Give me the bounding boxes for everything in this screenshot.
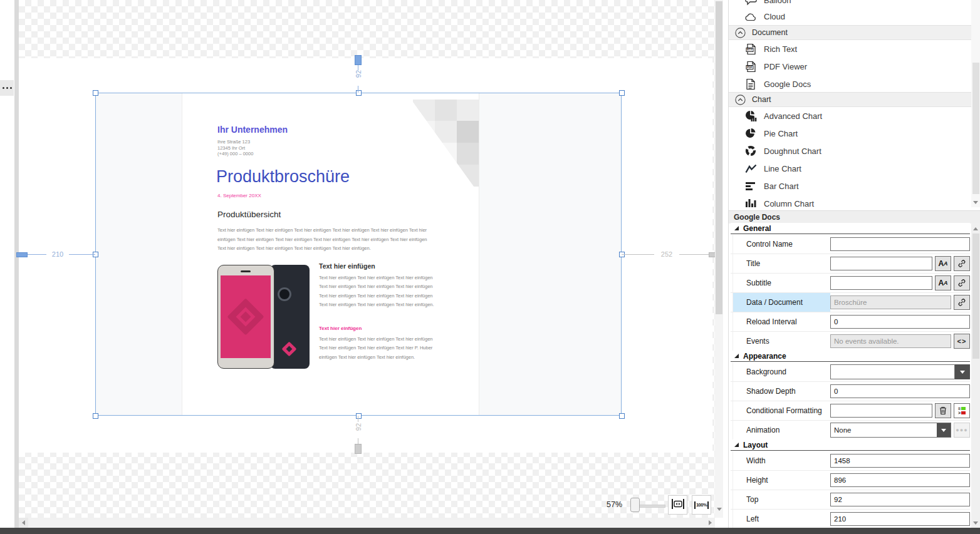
toolbox-category-document[interactable]: Document <box>729 25 980 40</box>
collapse-circle-icon <box>733 28 747 38</box>
toolbox-item-pie-chart[interactable]: Pie Chart <box>729 125 969 142</box>
property-row-width: Width <box>731 451 970 471</box>
toolbox-item-label: Bar Chart <box>764 182 799 191</box>
properties-scrollbar-thumb[interactable] <box>972 234 979 359</box>
properties-scroll-down-button[interactable] <box>971 518 980 528</box>
phone-illustration <box>217 262 310 370</box>
line-chart-icon <box>744 164 758 173</box>
resize-handle-s[interactable] <box>356 413 362 419</box>
dimension-line-right <box>622 254 654 255</box>
conditional-formatting-rules-button[interactable]: = > <box>954 403 970 418</box>
toolbox-category-chart[interactable]: Chart <box>729 92 980 107</box>
toolbox-item-rich-text[interactable]: RTF Rich Text <box>729 40 969 58</box>
toolbox-item-column-chart[interactable]: Column Chart <box>729 195 969 207</box>
splitter[interactable] <box>14 0 19 528</box>
link-button[interactable] <box>954 256 970 271</box>
toolbox-item-cloud[interactable]: Cloud <box>729 8 969 25</box>
toolbox-item-pdf-viewer[interactable]: PDF PDF Viewer <box>729 58 969 75</box>
google-docs-control[interactable]: Ihr Unternehmen Ihre Straße 123 12345 Ih… <box>95 93 622 416</box>
toolbox-item-line-chart[interactable]: Line Chart <box>729 160 969 177</box>
doc-section-heading: Produktübersicht <box>217 210 281 219</box>
fit-to-window-button[interactable] <box>668 495 687 515</box>
doc-company-name: Ihr Unternehmen <box>217 125 288 135</box>
toolbox-item-doughnut-chart[interactable]: Doughnut Chart <box>729 142 969 160</box>
scroll-left-button[interactable] <box>19 518 28 528</box>
toolbox-item-google-docs[interactable]: Google Docs <box>729 75 969 93</box>
animation-dropdown[interactable]: None <box>830 423 951 438</box>
dimension-label-bottom: 92 <box>355 419 362 434</box>
resize-handle-se[interactable] <box>619 413 625 419</box>
vertical-scrollbar[interactable] <box>715 0 723 518</box>
code-events-button[interactable]: <> <box>954 334 970 349</box>
shadow-depth-input[interactable] <box>830 384 970 398</box>
background-dropdown-button[interactable] <box>955 364 970 379</box>
resize-handle-ne[interactable] <box>619 90 625 96</box>
properties-scrollbar[interactable] <box>971 223 980 528</box>
animation-options-button-disabled[interactable]: ●●● <box>954 423 970 438</box>
property-row-events: Events <> <box>731 332 970 351</box>
doc-feature-paragraph-2: Text hier einfügen Text hier einfügen Te… <box>319 335 440 362</box>
reload-interval-input[interactable] <box>830 315 970 329</box>
background-input[interactable] <box>830 364 955 379</box>
panel-grip[interactable] <box>0 80 14 96</box>
toolbox-scrollbar-thumb[interactable] <box>972 63 979 194</box>
vertical-scrollbar-thumb[interactable] <box>716 1 722 314</box>
doc-feature-subheading: Text hier einfügen <box>319 326 362 331</box>
property-label: Animation <box>732 421 830 439</box>
resize-handle-n[interactable] <box>356 90 362 96</box>
data-document-input[interactable] <box>830 295 951 309</box>
advanced-chart-icon <box>744 110 758 121</box>
zoom-slider-thumb[interactable] <box>630 498 640 512</box>
properties-scroll-up-button[interactable] <box>971 223 980 234</box>
property-label: Left <box>732 510 830 528</box>
property-row-control-name: Control Name <box>731 235 970 254</box>
property-label: Conditional Formatting <box>732 401 830 420</box>
property-row-conditional-formatting: Conditional Formatting = > <box>731 401 970 421</box>
dimension-label-top: 92 <box>355 66 362 81</box>
link-button[interactable] <box>954 275 970 290</box>
height-input[interactable] <box>830 473 970 487</box>
font-button[interactable]: AA <box>935 275 951 290</box>
font-button[interactable]: AA <box>935 256 951 271</box>
top-input[interactable] <box>830 493 970 506</box>
subtitle-input[interactable] <box>830 276 932 290</box>
rich-text-icon: RTF <box>744 43 758 55</box>
dropdown-arrow-icon <box>960 371 965 374</box>
resize-handle-nw[interactable] <box>93 90 98 96</box>
section-general[interactable]: General <box>731 223 970 234</box>
toolbox-item-label: Rich Text <box>764 44 797 54</box>
pdf-viewer-icon: PDF <box>744 61 758 73</box>
link-button[interactable] <box>954 295 970 310</box>
toolbox-item-advanced-chart[interactable]: Advanced Chart <box>729 107 969 125</box>
width-input[interactable] <box>830 454 970 468</box>
horizontal-scrollbar[interactable] <box>19 518 715 528</box>
property-row-left: Left <box>731 510 970 529</box>
zoom-100-button[interactable]: 100% <box>692 495 711 515</box>
doc-address: Ihre Straße 123 12345 Ihr Ort (+49) 000 … <box>217 139 253 157</box>
bar-chart-icon <box>744 182 758 191</box>
scroll-down-button[interactable] <box>715 504 723 514</box>
section-appearance[interactable]: Appearance <box>731 351 970 362</box>
svg-text:RTF: RTF <box>747 48 753 51</box>
arrow-down-icon <box>717 508 722 511</box>
property-label: Background <box>732 362 830 381</box>
control-name-input[interactable] <box>830 237 970 251</box>
phone-back-logo-icon <box>281 341 296 356</box>
left-input[interactable] <box>830 512 970 526</box>
link-icon <box>957 279 966 287</box>
arrow-right-icon <box>709 520 712 525</box>
doc-intro-paragraph: Text hier einfügen Text hier einfügen Te… <box>217 226 437 254</box>
toolbox-item-bar-chart[interactable]: Bar Chart <box>729 177 969 195</box>
conditional-formatting-input[interactable] <box>830 404 932 418</box>
phone-back <box>270 265 310 369</box>
scroll-right-button[interactable] <box>706 518 715 528</box>
dropdown-arrow-button[interactable] <box>937 423 951 437</box>
toolbox-scrollbar[interactable] <box>971 0 980 207</box>
resize-handle-sw[interactable] <box>93 413 98 419</box>
title-input[interactable] <box>830 257 932 270</box>
events-input[interactable] <box>830 334 951 348</box>
delete-formatting-button[interactable] <box>935 403 951 418</box>
toolbox-scroll-down-button[interactable] <box>971 197 980 207</box>
property-row-top: Top <box>731 490 970 510</box>
section-layout[interactable]: Layout <box>731 439 970 451</box>
